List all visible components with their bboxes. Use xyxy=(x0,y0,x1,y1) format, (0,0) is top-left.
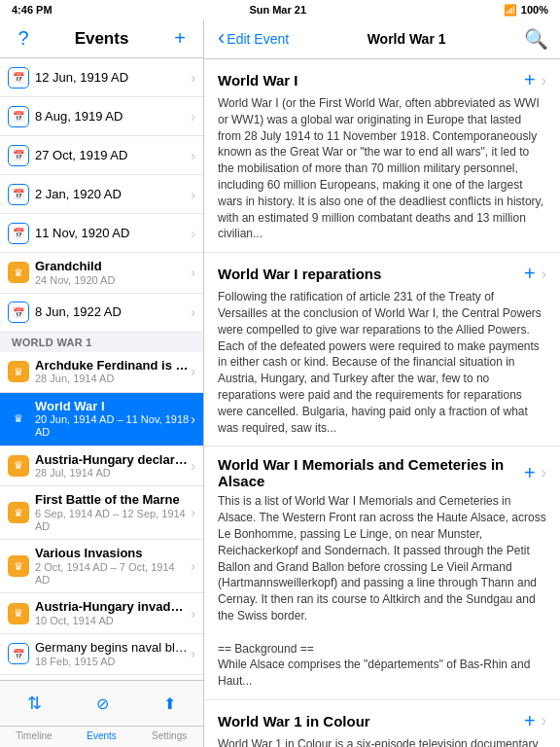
calendar-icon: 📅 xyxy=(8,302,29,323)
list-item[interactable]: ♛ Grandchild 24 Nov, 1920 AD › xyxy=(0,253,203,294)
item-subtext: 28 Jun, 1914 AD xyxy=(35,373,189,385)
wiki-add-button[interactable]: + xyxy=(524,69,536,91)
wiki-item-header: World War I Memorials and Cemeteries in … xyxy=(218,456,546,489)
item-content: Archduke Ferdinand is assassinated 28 Ju… xyxy=(35,358,189,386)
list-item[interactable]: ♛ Austria-Hungary declares war on Serbia… xyxy=(0,446,203,487)
calendar-icon: 📅 xyxy=(8,643,29,664)
wiki-add-button[interactable]: + xyxy=(524,462,536,484)
item-content: Germany begins naval blockade of Great B… xyxy=(35,640,189,668)
wiki-item[interactable]: World War I Memorials and Cemeteries in … xyxy=(204,446,560,700)
section-header: WORLD WAR 1 xyxy=(0,333,203,352)
list-item[interactable]: ♛ Various Invasions 2 Oct, 1914 AD – 7 O… xyxy=(0,540,203,593)
item-subtext: 6 Sep, 1914 AD – 12 Sep, 1914 AD xyxy=(35,508,189,533)
calendar-icon: 📅 xyxy=(8,223,29,244)
chevron-right-icon: › xyxy=(191,558,195,574)
crown-icon: ♛ xyxy=(8,409,29,430)
wiki-item-header: World War I reparations + › xyxy=(218,263,546,285)
list-item[interactable]: 📅 8 Aug, 1919 AD › xyxy=(0,97,203,136)
item-subtext: 10 Oct, 1914 AD xyxy=(35,615,189,627)
list-item[interactable]: 📅 27 Oct, 1919 AD › xyxy=(0,136,203,175)
wiki-item-title: World War 1 in Colour xyxy=(218,713,370,729)
edit-event-button[interactable]: ‹ Edit Event xyxy=(216,27,289,51)
wiki-item-header: World War I + › xyxy=(218,69,546,91)
chevron-right-icon: › xyxy=(191,411,195,427)
status-bar: 4:46 PM Sun Mar 21 📶 100% xyxy=(0,0,560,19)
list-item[interactable]: 📅 Germany begins naval blockade of Great… xyxy=(0,634,203,675)
wiki-item-body: This is a list of World War I Memorials … xyxy=(218,493,546,690)
wiki-add-button[interactable]: + xyxy=(524,710,536,732)
chevron-right-icon: › xyxy=(191,148,195,163)
wiki-item[interactable]: World War I + › World War I (or the Firs… xyxy=(204,59,560,253)
chevron-right-icon: › xyxy=(191,187,195,202)
add-event-button[interactable]: + xyxy=(168,27,192,50)
item-text: 2 Jan, 1920 AD xyxy=(35,187,189,202)
crown-icon: ♛ xyxy=(8,262,29,283)
item-text: 8 Jun, 1922 AD xyxy=(35,304,189,320)
wiki-item-body: World War I (or the First World War, oft… xyxy=(218,95,546,242)
crown-icon: ♛ xyxy=(8,502,29,523)
battery-text: 100% xyxy=(521,4,548,16)
wiki-chevron-icon: › xyxy=(542,72,546,89)
wiki-item[interactable]: World War 1 in Colour + › World War 1 in… xyxy=(204,700,560,747)
right-panel-title: World War 1 xyxy=(368,31,446,47)
list-item[interactable]: ♛ First Battle of the Marne 6 Sep, 1914 … xyxy=(0,486,203,540)
crown-icon: ♛ xyxy=(8,361,29,382)
wiki-item[interactable]: World War I reparations + › Following th… xyxy=(204,253,560,446)
calendar-icon: 📅 xyxy=(8,184,29,205)
item-text: World War I xyxy=(35,399,189,414)
item-subtext: 18 Feb, 1915 AD xyxy=(35,656,189,668)
item-content: 11 Nov, 1920 AD xyxy=(35,226,189,241)
wiki-chevron-icon: › xyxy=(542,712,546,729)
item-content: 8 Jun, 1922 AD xyxy=(35,304,189,320)
wiki-chevron-icon: › xyxy=(542,266,546,283)
crown-icon: ♛ xyxy=(8,603,29,624)
item-text: Various Invasions xyxy=(35,546,189,561)
search-button[interactable]: 🔍 xyxy=(524,27,548,51)
item-content: Austria-Hungary invades Russia 10 Oct, 1… xyxy=(35,599,189,627)
item-text: Austria-Hungary declares war on Serbia xyxy=(35,452,189,468)
main-container: ? Events + 📅 12 Jun, 1919 AD › 📅 8 Aug, … xyxy=(0,19,560,747)
wiki-item-title: World War I reparations xyxy=(218,266,381,282)
tab-events[interactable]: Events xyxy=(68,730,136,741)
wifi-icon: 📶 xyxy=(504,4,517,17)
wiki-item-body: Following the ratification of article 23… xyxy=(218,289,546,436)
calendar-icon: 📅 xyxy=(8,106,29,127)
wiki-add-button[interactable]: + xyxy=(524,263,536,285)
sort-button[interactable]: ⇅ xyxy=(18,689,52,718)
item-content: First Battle of the Marne 6 Sep, 1914 AD… xyxy=(35,492,189,533)
calendar-icon: 📅 xyxy=(8,67,29,89)
status-time: 4:46 PM xyxy=(12,4,52,16)
chevron-right-icon: › xyxy=(191,109,195,124)
status-day: Sun Mar 21 xyxy=(249,4,306,16)
list-item[interactable]: ♛ Austria-Hungary invades Russia 10 Oct,… xyxy=(0,593,203,634)
list-item[interactable]: ♛ World War I 20 Jun, 1914 AD – 11 Nov, … xyxy=(0,393,203,446)
left-panel: ? Events + 📅 12 Jun, 1919 AD › 📅 8 Aug, … xyxy=(0,19,204,747)
wiki-item-body: World War 1 in Colour is a six-episode t… xyxy=(218,736,546,747)
item-content: 2 Jan, 1920 AD xyxy=(35,187,189,202)
left-panel-title: Events xyxy=(35,29,168,49)
left-toolbar: ⇅ ⊘ ⬆ xyxy=(0,680,203,726)
item-subtext: 2 Oct, 1914 AD – 7 Oct, 1914 AD xyxy=(35,561,189,587)
item-content: 27 Oct, 1919 AD xyxy=(35,148,189,163)
list-item[interactable]: 📅 11 Nov, 1920 AD › xyxy=(0,214,203,253)
item-text: Grandchild xyxy=(35,259,189,274)
item-text: 12 Jun, 1919 AD xyxy=(35,70,189,86)
item-content: Austria-Hungary declares war on Serbia 2… xyxy=(35,452,189,480)
item-text: Austria-Hungary invades Russia xyxy=(35,599,189,615)
tab-timeline[interactable]: Timeline xyxy=(0,730,68,741)
list-item[interactable]: ♛ Archduke Ferdinand is assassinated 28 … xyxy=(0,352,203,393)
item-text: 11 Nov, 1920 AD xyxy=(35,226,189,241)
calendar-icon: 📅 xyxy=(8,145,29,166)
filter-button[interactable]: ⊘ xyxy=(87,691,119,717)
tab-settings[interactable]: Settings xyxy=(135,730,203,741)
item-content: Various Invasions 2 Oct, 1914 AD – 7 Oct… xyxy=(35,546,189,587)
list-item[interactable]: 📅 8 Jun, 1922 AD › xyxy=(0,294,203,333)
left-header: ? Events + xyxy=(0,19,203,58)
chevron-right-icon: › xyxy=(191,265,195,280)
crown-icon: ♛ xyxy=(8,555,29,577)
share-button[interactable]: ⬆ xyxy=(154,691,186,717)
help-button[interactable]: ? xyxy=(12,27,35,50)
list-item[interactable]: 📅 2 Jan, 1920 AD › xyxy=(0,175,203,214)
chevron-right-icon: › xyxy=(191,70,195,86)
list-item[interactable]: 📅 12 Jun, 1919 AD › xyxy=(0,58,203,97)
